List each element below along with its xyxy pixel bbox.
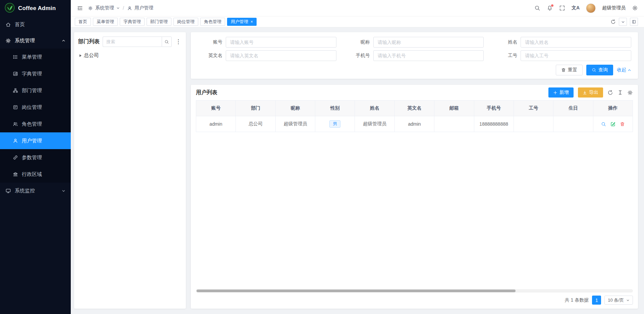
main-column: 系统管理 / 用户管理 文A 超级管理员 xyxy=(71,0,644,314)
user-list-title: 用户列表 xyxy=(196,89,217,96)
translate-icon[interactable]: 文A xyxy=(572,5,580,11)
field-phone: 手机号 xyxy=(345,50,484,61)
system-mgmt-submenu: 菜单管理 字典管理 部门管理 岗位管理 角色管理 xyxy=(0,49,71,183)
sidebar-item-dept-mgmt[interactable]: 部门管理 xyxy=(0,82,71,99)
sidebar-item-system-monitor[interactable]: 系统监控 xyxy=(0,183,71,199)
chevron-down-icon xyxy=(626,299,630,302)
scrollbar-thumb[interactable] xyxy=(197,290,516,292)
view-magnifier-icon[interactable] xyxy=(601,122,606,127)
account-input[interactable] xyxy=(226,37,336,48)
sidebar-item-label: 岗位管理 xyxy=(22,104,42,111)
dept-search-button[interactable] xyxy=(162,37,172,47)
collapse-link[interactable]: 收起 xyxy=(617,67,631,73)
page-1-button[interactable]: 1 xyxy=(592,296,601,305)
add-button[interactable]: 新增 xyxy=(548,87,574,98)
settings-gear-icon[interactable] xyxy=(632,5,638,11)
reset-button[interactable]: 重置 xyxy=(556,65,583,75)
sidebar-item-label: 角色管理 xyxy=(22,121,42,127)
cell-dept: 总公司 xyxy=(236,116,275,132)
cell-account: admin xyxy=(196,116,236,132)
search-icon xyxy=(592,68,596,72)
sidebar-item-user-mgmt[interactable]: 用户管理 xyxy=(0,132,71,149)
tab-close-icon[interactable]: × xyxy=(251,20,253,24)
column-height-icon[interactable] xyxy=(618,90,623,95)
cell-email xyxy=(434,116,474,132)
caret-right-icon[interactable] xyxy=(79,54,82,57)
cell-english-name: admin xyxy=(394,116,434,132)
field-nickname: 昵称 xyxy=(345,37,484,48)
avatar[interactable] xyxy=(586,3,596,13)
sidebar-item-label: 部门管理 xyxy=(22,87,42,94)
topbar: 系统管理 / 用户管理 文A 超级管理员 xyxy=(71,0,644,16)
col-english-name: 英文名 xyxy=(394,101,434,116)
tab-dict-mgmt[interactable]: 字典管理 xyxy=(120,18,145,26)
tabs-dropdown-button[interactable] xyxy=(619,18,627,26)
phone-input[interactable] xyxy=(373,50,484,61)
sidebar-item-dict-mgmt[interactable]: 字典管理 xyxy=(0,65,71,82)
sidebar-item-label: 字典管理 xyxy=(22,71,42,77)
user-list-tools: 新增 导出 xyxy=(548,87,633,98)
delete-trash-icon[interactable] xyxy=(620,122,625,127)
menu-fold-icon[interactable] xyxy=(77,5,83,11)
username[interactable]: 超级管理员 xyxy=(602,5,626,11)
more-vertical-icon[interactable]: ⋮ xyxy=(175,39,182,45)
refresh-icon[interactable] xyxy=(607,90,613,96)
sidebar-menu: 首页 系统管理 菜单管理 字典管理 部门管理 xyxy=(0,16,71,314)
search-icon[interactable] xyxy=(534,5,540,11)
english-name-input[interactable] xyxy=(226,50,336,61)
tab-menu-mgmt[interactable]: 菜单管理 xyxy=(93,18,118,26)
cell-nickname: 超级管理员 xyxy=(275,116,315,132)
page-size-select[interactable]: 10 条/页 xyxy=(604,296,633,305)
tree-node-root[interactable]: 总公司 xyxy=(78,52,182,59)
sidebar-item-admin-region[interactable]: 行政区域 xyxy=(0,166,71,183)
sidebar-item-label: 菜单管理 xyxy=(22,54,42,60)
tab-user-mgmt[interactable]: 用户管理 × xyxy=(227,18,257,26)
table-row[interactable]: admin 总公司 超级管理员 男 超级管理员 admin 1888888888… xyxy=(196,116,633,132)
chevron-down-icon xyxy=(62,189,65,193)
edit-icon[interactable] xyxy=(610,122,615,127)
export-button[interactable]: 导出 xyxy=(578,87,603,98)
work-id-input[interactable] xyxy=(521,50,631,61)
tab-role-mgmt[interactable]: 角色管理 xyxy=(200,18,225,26)
pagination: 共 1 条数据 1 10 条/页 xyxy=(196,296,633,309)
col-account: 账号 xyxy=(196,101,236,116)
sidebar-item-home[interactable]: 首页 xyxy=(0,16,71,33)
col-phone: 手机号 xyxy=(474,101,514,116)
sidebar-item-system-mgmt[interactable]: 系统管理 xyxy=(0,33,71,49)
user-icon xyxy=(127,6,132,11)
name-input[interactable] xyxy=(521,37,631,48)
breadcrumb-separator: / xyxy=(123,5,124,11)
download-icon xyxy=(583,90,587,95)
row-actions xyxy=(593,122,633,127)
table-settings-gear-icon[interactable] xyxy=(627,90,633,96)
dept-search-input[interactable] xyxy=(103,37,162,47)
main-panel: 账号 昵称 姓名 英文名 xyxy=(191,32,638,309)
col-name: 姓名 xyxy=(355,101,394,116)
notification-dot xyxy=(551,4,553,7)
sidebar-item-param-mgmt[interactable]: 参数管理 xyxy=(0,149,71,166)
breadcrumb-level1[interactable]: 系统管理 xyxy=(95,5,114,11)
sidebar-item-role-mgmt[interactable]: 角色管理 xyxy=(0,116,71,132)
field-english-name: 英文名 xyxy=(198,50,336,61)
gender-tag: 男 xyxy=(329,120,340,128)
search-button[interactable]: 查询 xyxy=(586,65,613,75)
tab-home[interactable]: 首页 xyxy=(75,18,91,26)
refresh-icon[interactable] xyxy=(610,19,616,24)
dept-panel: 部门列表 ⋮ 总公司 xyxy=(74,32,186,309)
tab-dept-mgmt[interactable]: 部门管理 xyxy=(147,18,171,26)
notification-bell-icon[interactable] xyxy=(547,5,553,11)
tab-post-mgmt[interactable]: 岗位管理 xyxy=(173,18,198,26)
fullscreen-icon[interactable] xyxy=(559,5,565,11)
cell-phone: 18888888888 xyxy=(474,116,514,132)
col-gender: 性别 xyxy=(315,101,355,116)
chevron-down-icon[interactable] xyxy=(116,6,120,10)
sidebar-item-post-mgmt[interactable]: 岗位管理 xyxy=(0,99,71,116)
nickname-input[interactable] xyxy=(373,37,484,48)
table-empty-space xyxy=(196,132,633,289)
layout-expand-button[interactable] xyxy=(630,18,638,26)
filter-actions: 重置 查询 收起 xyxy=(198,65,631,75)
tabbar-tools xyxy=(610,18,638,26)
home-icon xyxy=(5,22,11,27)
gear-icon xyxy=(5,38,11,44)
sidebar-item-menu-mgmt[interactable]: 菜单管理 xyxy=(0,49,71,65)
